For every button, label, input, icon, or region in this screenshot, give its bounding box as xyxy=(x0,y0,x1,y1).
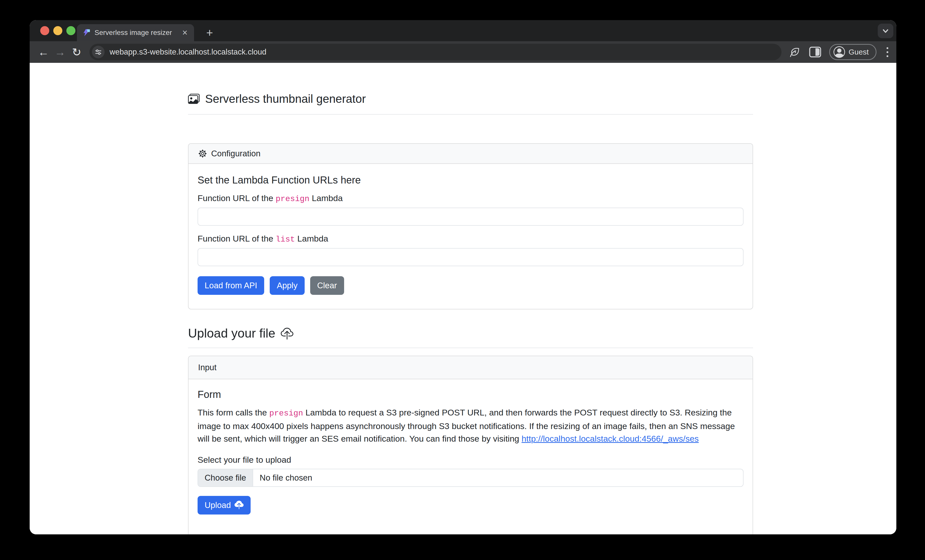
minimize-window-button[interactable] xyxy=(53,26,62,35)
window-controls xyxy=(40,26,75,35)
tab-title: Serverless image resizer xyxy=(95,29,181,37)
forward-button[interactable]: → xyxy=(52,44,68,60)
input-card-header: Input xyxy=(188,356,753,379)
gear-icon xyxy=(198,149,207,158)
apply-button[interactable]: Apply xyxy=(270,276,305,295)
divider xyxy=(188,348,753,348)
browser-window: Serverless image resizer × + ← → ↻ webap… xyxy=(30,20,896,534)
back-button[interactable]: ← xyxy=(35,44,52,60)
divider xyxy=(188,114,753,114)
file-input[interactable]: Choose file No file chosen xyxy=(197,469,744,487)
presign-url-label: Function URL of the presign Lambda xyxy=(197,193,744,203)
profile-button[interactable]: Guest xyxy=(829,44,877,60)
choose-file-button[interactable]: Choose file xyxy=(198,469,253,486)
configuration-card-header: Configuration xyxy=(188,144,753,164)
upload-section-heading: Upload your file xyxy=(188,326,753,340)
person-circle-icon xyxy=(833,46,845,58)
tab-close-icon[interactable]: × xyxy=(181,28,188,37)
reload-button[interactable]: ↻ xyxy=(68,44,85,60)
cloud-upload-icon xyxy=(281,328,293,340)
performance-leaf-icon[interactable] xyxy=(788,45,801,59)
toolbar-right-icons: Guest xyxy=(788,44,891,60)
ses-link[interactable]: http://localhost.localstack.cloud:4566/_… xyxy=(521,434,699,443)
cloud-upload-fill-icon xyxy=(235,501,244,510)
form-description: This form calls the presign Lambda to re… xyxy=(197,406,744,445)
load-from-api-button[interactable]: Load from API xyxy=(197,276,264,295)
presign-url-input[interactable] xyxy=(197,208,744,226)
list-url-input[interactable] xyxy=(197,248,744,266)
browser-menu-icon[interactable] xyxy=(884,47,891,57)
tab-search-button[interactable] xyxy=(878,24,893,38)
browser-tab[interactable]: Serverless image resizer × xyxy=(77,24,194,41)
chevron-down-icon xyxy=(881,27,890,35)
presign-code: presign xyxy=(269,409,303,418)
config-heading: Set the Lambda Function URLs here xyxy=(197,175,744,186)
new-tab-button[interactable]: + xyxy=(203,26,217,40)
zoom-window-button[interactable] xyxy=(66,26,75,35)
list-url-label: Function URL of the list Lambda xyxy=(197,234,744,244)
browser-toolbar: ← → ↻ webapp.s3-website.localhost.locals… xyxy=(30,41,896,63)
localstack-favicon-icon xyxy=(83,29,90,37)
url-text: webapp.s3-website.localhost.localstack.c… xyxy=(110,48,267,57)
file-select-label: Select your file to upload xyxy=(197,455,744,465)
images-icon xyxy=(188,93,200,105)
form-heading: Form xyxy=(197,389,744,400)
side-panel-icon[interactable] xyxy=(809,45,822,59)
profile-label: Guest xyxy=(848,48,869,56)
file-status-text: No file chosen xyxy=(253,473,312,483)
tab-strip: Serverless image resizer × + xyxy=(30,20,896,41)
address-bar[interactable]: webapp.s3-website.localhost.localstack.c… xyxy=(89,44,782,60)
site-settings-button[interactable] xyxy=(92,46,105,58)
input-card: Input Form This form calls the presign L… xyxy=(188,356,753,534)
web-page: Serverless thumbnail generator xyxy=(30,63,896,534)
close-window-button[interactable] xyxy=(40,26,49,35)
list-code: list xyxy=(276,235,295,244)
clear-button[interactable]: Clear xyxy=(310,276,344,295)
tune-icon xyxy=(94,48,102,56)
page-title: Serverless thumbnail generator xyxy=(188,92,753,105)
presign-code: presign xyxy=(276,194,309,203)
configuration-card: Configuration Set the Lambda Function UR… xyxy=(188,143,753,309)
upload-button[interactable]: Upload xyxy=(197,496,251,515)
